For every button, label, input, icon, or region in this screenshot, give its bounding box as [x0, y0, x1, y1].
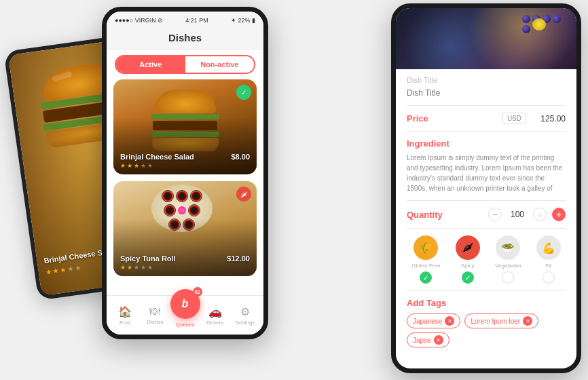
diet-vegetarian[interactable]: 🥗 Vegetarian [495, 235, 521, 284]
dish-stars-2: ★ ★ ★ ★ ★ [120, 264, 250, 271]
clock: 4:21 PM [185, 17, 208, 24]
nav-dishes[interactable]: 🍽 Dishes [140, 305, 170, 325]
dish-card-1[interactable]: ✓ Brinjal Cheese Salad $8.00 ★ ★ ★ ★ ★ [113, 79, 257, 174]
queues-logo: b [182, 298, 189, 310]
back-stars: ★ ★ ★ ★ ★ [45, 264, 81, 276]
queues-label: Queues [175, 322, 194, 328]
gluten-free-label: Gluten Free [411, 263, 440, 269]
bottom-nav: 🏠 Post 🍽 Dishes b 52 Queues 🚗 Drivers ⚙ … [107, 295, 263, 335]
status-bar: ●●●●○ VIRGIN ⊘ 4:21 PM ✦ 22% ▮ [107, 12, 263, 29]
dish-detail-form: Dish Title Price USD 125.00 Ingredient L… [396, 69, 576, 368]
gluten-free-icon: 🌾 [414, 235, 438, 260]
add-tags-title: Add Tags [407, 298, 566, 308]
diet-gluten-free[interactable]: 🌾 Gluten Free ✓ [411, 235, 440, 284]
quantity-increase-button[interactable]: + [552, 208, 566, 221]
tag-label-japse: Japse [413, 337, 431, 344]
dishes-icon: 🍽 [149, 305, 160, 318]
add-tags-section: Add Tags Japanese ✕ Lorem Ipum loer ✕ Ja… [407, 291, 566, 354]
nav-post[interactable]: 🏠 Post [110, 305, 140, 326]
tag-remove-japanese[interactable]: ✕ [445, 316, 454, 326]
page-title: Dishes [107, 32, 263, 43]
vegetarian-check[interactable] [502, 271, 514, 284]
tag-label-japanese: Japanese [413, 318, 442, 325]
dish-title-label: Dish Title [407, 76, 566, 84]
ingredient-title: Ingredient [407, 138, 566, 149]
quantity-decrease-button[interactable]: − [488, 208, 502, 221]
quantity-empty-circle: ○ [533, 208, 547, 221]
price-row: Price USD 125.00 [407, 106, 566, 132]
vegetarian-label: Vegetarian [495, 263, 521, 269]
quantity-row: Quantity − 100 ○ + [407, 201, 566, 229]
nav-settings[interactable]: ⚙ Settings [230, 305, 260, 326]
dish-name-2: Spicy Tuna Roll [120, 254, 176, 263]
tag-lorem[interactable]: Lorem Ipum loer ✕ [464, 314, 538, 328]
queues-badge: 52 [193, 287, 202, 297]
dish-info-2: Spicy Tuna Roll $12.00 ★ ★ ★ ★ ★ [120, 254, 250, 271]
tag-remove-lorem[interactable]: ✕ [523, 316, 532, 326]
fit-icon: 💪 [536, 235, 561, 260]
quantity-value: 100 [507, 210, 528, 219]
spicy-icon: 🌶 [456, 235, 480, 260]
battery-status: ✦ 22% ▮ [231, 17, 255, 24]
vegetarian-icon: 🥗 [496, 235, 520, 260]
tag-remove-japse[interactable]: ✕ [434, 335, 443, 345]
dish-price-1: $8.00 [231, 153, 250, 161]
nav-drivers[interactable]: 🚗 Drivers [200, 305, 230, 326]
fit-check[interactable] [543, 271, 555, 284]
dish-info-1: Brinjal Cheese Salad $8.00 ★ ★ ★ ★ ★ [120, 153, 250, 169]
diet-fit[interactable]: 💪 Fit [536, 235, 561, 284]
drivers-icon: 🚗 [208, 305, 222, 318]
price-value: 125.00 [532, 114, 566, 124]
dish-name-1: Brinjal Cheese Salad [120, 153, 194, 161]
tab-inactive[interactable]: Non-active [185, 56, 255, 73]
tag-label-lorem: Lorem Ipum loer [471, 318, 520, 325]
price-label: Price [407, 113, 497, 124]
post-icon: 🏠 [118, 305, 132, 318]
fit-label: Fit [545, 263, 551, 269]
fruit-visual [522, 15, 563, 33]
phone-right: Dish Title Price USD 125.00 Ingredient L… [391, 3, 581, 373]
ingredient-text: Lorem Ipsum is simply dummy text of the … [407, 153, 566, 193]
phone-main: ●●●●○ VIRGIN ⊘ 4:21 PM ✦ 22% ▮ Dishes Ac… [102, 7, 268, 339]
diet-spicy[interactable]: 🌶 Spicy ✓ [456, 235, 480, 284]
signal-status: ●●●●○ VIRGIN ⊘ [115, 17, 163, 24]
settings-icon: ⚙ [240, 305, 250, 318]
tag-japse[interactable]: Japse ✕ [407, 332, 449, 347]
diet-tags-row: 🌾 Gluten Free ✓ 🌶 Spicy ✓ 🥗 Vegetarian 💪… [407, 229, 566, 291]
tag-japanese[interactable]: Japanese ✕ [407, 314, 460, 328]
gluten-free-check[interactable]: ✓ [420, 271, 432, 284]
tab-active[interactable]: Active [116, 56, 185, 73]
nav-queues[interactable]: b 52 Queues [170, 297, 200, 333]
dish-card-2[interactable]: 🌶 Spicy Tuna Roll $12.00 ★ ★ ★ ★ ★ [113, 181, 257, 276]
dish-badge-1: ✓ [236, 85, 251, 100]
dish-title-input[interactable] [407, 88, 566, 98]
phone-header: Dishes [107, 29, 263, 50]
dish-price-2: $12.00 [227, 254, 250, 263]
currency-badge: USD [502, 113, 526, 124]
dish-title-field[interactable]: Dish Title [407, 69, 566, 106]
queues-button[interactable]: b 52 [170, 289, 200, 319]
dish-stars-1: ★ ★ ★ ★ ★ [120, 162, 250, 169]
quantity-label: Quantity [407, 210, 483, 220]
tab-switcher[interactable]: Active Non-active [115, 55, 255, 74]
dishes-list: ✓ Brinjal Cheese Salad $8.00 ★ ★ ★ ★ ★ [107, 79, 263, 314]
spicy-label: Spicy [461, 263, 475, 269]
spicy-check[interactable]: ✓ [462, 271, 474, 284]
ingredient-section: Ingredient Lorem Ipsum is simply dummy t… [407, 132, 566, 201]
dish-detail-image [396, 8, 576, 69]
dish-badge-2: 🌶 [236, 187, 251, 202]
tags-list: Japanese ✕ Lorem Ipum loer ✕ Japse ✕ [407, 314, 566, 347]
